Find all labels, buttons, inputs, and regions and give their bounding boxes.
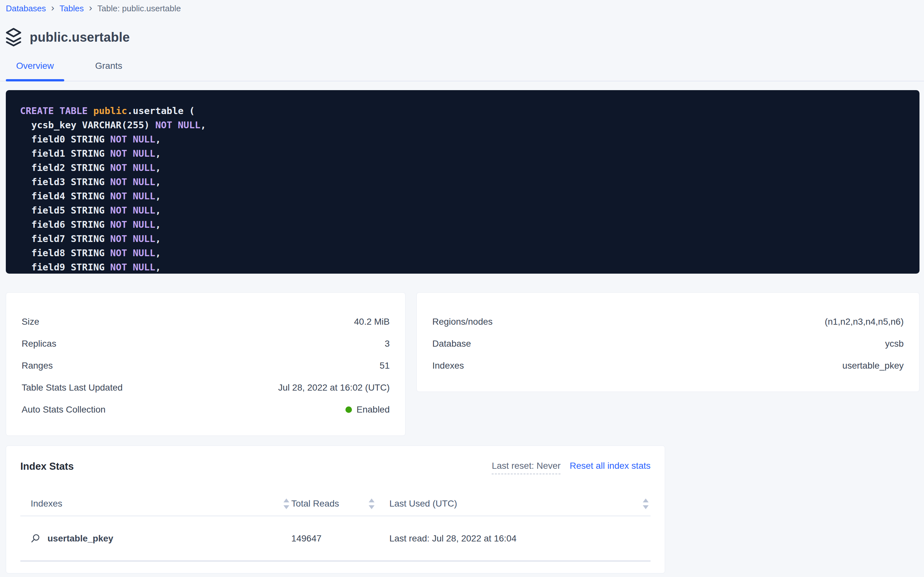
sql-token-kw: NOT NULL bbox=[155, 119, 201, 131]
tab-grants[interactable]: Grants bbox=[85, 61, 133, 81]
stat-value: Enabled bbox=[345, 405, 390, 415]
sql-token-plain: , bbox=[155, 134, 161, 145]
tab-bar: Overview Grants bbox=[0, 61, 924, 81]
index-stats-table: Indexes Total Reads Last Used (UTC) user… bbox=[20, 492, 651, 561]
breadcrumb-link-databases[interactable]: Databases bbox=[6, 3, 46, 14]
sql-token-kw: NOT NULL bbox=[110, 205, 155, 216]
sql-code-line: field1 STRING NOT NULL, bbox=[20, 147, 905, 161]
page-title-row: public.usertable bbox=[6, 28, 919, 47]
sql-token-kw: NOT NULL bbox=[110, 176, 155, 187]
sql-create-statement: CREATE TABLE public.usertable ( ycsb_key… bbox=[6, 90, 919, 274]
column-header-label: Last Used (UTC) bbox=[389, 498, 457, 509]
sql-code-line: field6 STRING NOT NULL, bbox=[20, 218, 905, 232]
sql-token-plain: field3 STRING bbox=[20, 176, 110, 187]
index-stats-row[interactable]: usertable_pkey149647Last read: Jul 28, 2… bbox=[20, 516, 651, 561]
sql-code-line: field2 STRING NOT NULL, bbox=[20, 161, 905, 175]
sql-code-line: field3 STRING NOT NULL, bbox=[20, 175, 905, 189]
sql-token-plain: field7 STRING bbox=[20, 233, 110, 244]
reset-all-index-stats-link[interactable]: Reset all index stats bbox=[569, 461, 651, 471]
search-icon bbox=[31, 534, 40, 543]
stat-row: Ranges51 bbox=[22, 355, 390, 377]
stat-value-text: (n1,n2,n3,n4,n5,n6) bbox=[825, 317, 904, 327]
chevron-right-icon: › bbox=[89, 3, 92, 13]
stat-row: Databaseycsb bbox=[432, 333, 904, 355]
stat-value: 40.2 MiB bbox=[354, 317, 390, 327]
tab-overview-label: Overview bbox=[16, 61, 54, 71]
sql-token-plain: , bbox=[155, 205, 161, 216]
index-stats-actions: Last reset: Never Reset all index stats bbox=[492, 461, 651, 474]
stat-label: Auto Stats Collection bbox=[22, 405, 106, 415]
stat-row: Indexesusertable_pkey bbox=[432, 355, 904, 377]
index-stats-title: Index Stats bbox=[20, 461, 74, 472]
sql-code-line: field5 STRING NOT NULL, bbox=[20, 203, 905, 218]
stat-value-text: 3 bbox=[384, 338, 390, 349]
index-stats-table-header: Indexes Total Reads Last Used (UTC) bbox=[20, 492, 651, 516]
chevron-right-icon: › bbox=[51, 3, 54, 13]
total-reads-value: 149647 bbox=[291, 533, 321, 544]
sql-token-plain: , bbox=[155, 233, 161, 244]
index-name[interactable]: usertable_pkey bbox=[47, 533, 113, 544]
sql-token-plain: , bbox=[155, 247, 161, 258]
sql-token-kw: NOT NULL bbox=[110, 162, 155, 173]
table-details-card: Size40.2 MiBReplicas3Ranges51Table Stats… bbox=[6, 292, 405, 436]
stat-label: Regions/nodes bbox=[432, 317, 493, 327]
sql-token-plain: , bbox=[155, 190, 161, 201]
sql-token-plain: , bbox=[155, 219, 161, 230]
sql-code-line: field7 STRING NOT NULL, bbox=[20, 232, 905, 246]
sql-token-kw: NOT NULL bbox=[110, 247, 155, 258]
sql-token-kw: CREATE TABLE bbox=[20, 105, 93, 116]
sql-code-line: field8 STRING NOT NULL, bbox=[20, 246, 905, 260]
stat-value: usertable_pkey bbox=[842, 361, 904, 371]
breadcrumb-link-tables[interactable]: Tables bbox=[59, 3, 84, 14]
column-header-total-reads[interactable]: Total Reads bbox=[291, 498, 376, 509]
layers-icon bbox=[6, 28, 21, 47]
sql-token-plain: field6 STRING bbox=[20, 219, 110, 230]
status-dot-icon bbox=[345, 406, 352, 413]
stat-row: Size40.2 MiB bbox=[22, 311, 390, 333]
page-title: public.usertable bbox=[30, 30, 130, 45]
stat-value: ycsb bbox=[885, 338, 904, 349]
sql-token-plain: , bbox=[201, 119, 206, 131]
stat-label: Ranges bbox=[22, 361, 53, 371]
stat-value: Jul 28, 2022 at 16:02 (UTC) bbox=[278, 382, 390, 393]
last-used-value: Last read: Jul 28, 2022 at 16:04 bbox=[389, 533, 517, 544]
stat-label: Replicas bbox=[22, 338, 56, 349]
stat-value-text: usertable_pkey bbox=[842, 361, 904, 371]
column-header-label: Total Reads bbox=[291, 498, 339, 509]
sql-token-kw: NOT NULL bbox=[110, 262, 155, 273]
sql-token-plain: ycsb_key VARCHAR(255) bbox=[20, 119, 155, 131]
stat-row: Auto Stats CollectionEnabled bbox=[22, 399, 390, 421]
sql-token-plain: field4 STRING bbox=[20, 190, 110, 201]
sql-token-plain: field0 STRING bbox=[20, 134, 110, 145]
stat-row: Table Stats Last UpdatedJul 28, 2022 at … bbox=[22, 377, 390, 399]
tab-overview[interactable]: Overview bbox=[6, 61, 64, 81]
sql-token-plain: field9 STRING bbox=[20, 262, 110, 273]
breadcrumb-current: Table: public.usertable bbox=[97, 3, 181, 14]
sort-icon[interactable] bbox=[369, 498, 376, 509]
sql-token-kw: NOT NULL bbox=[110, 148, 155, 159]
sql-code-line: field4 STRING NOT NULL, bbox=[20, 189, 905, 203]
index-stats-card: Index Stats Last reset: Never Reset all … bbox=[6, 445, 665, 574]
sort-icon[interactable] bbox=[643, 498, 651, 509]
stat-value-text: 51 bbox=[380, 361, 390, 371]
sql-token-plain: .usertable ( bbox=[127, 105, 195, 116]
stat-label: Indexes bbox=[432, 361, 464, 371]
sql-code-line: CREATE TABLE public.usertable ( bbox=[20, 104, 905, 118]
sort-icon[interactable] bbox=[283, 498, 291, 509]
sql-token-kw: NOT NULL bbox=[110, 134, 155, 145]
sql-token-plain: , bbox=[155, 176, 161, 187]
column-header-last-used[interactable]: Last Used (UTC) bbox=[376, 498, 651, 509]
details-cards-row: Size40.2 MiBReplicas3Ranges51Table Stats… bbox=[6, 292, 919, 436]
column-header-indexes[interactable]: Indexes bbox=[20, 498, 291, 509]
sql-token-plain: , bbox=[155, 162, 161, 173]
stat-value-text: 40.2 MiB bbox=[354, 317, 390, 327]
last-reset-label[interactable]: Last reset: Never bbox=[492, 461, 561, 474]
sql-code-line: field0 STRING NOT NULL, bbox=[20, 132, 905, 147]
sql-token-plain: field5 STRING bbox=[20, 205, 110, 216]
sql-token-plain: field1 STRING bbox=[20, 148, 110, 159]
sql-code-line: ycsb_key VARCHAR(255) NOT NULL, bbox=[20, 118, 905, 132]
breadcrumb: Databases › Tables › Table: public.usert… bbox=[6, 0, 919, 14]
column-header-label: Indexes bbox=[31, 498, 62, 509]
stat-row: Regions/nodes(n1,n2,n3,n4,n5,n6) bbox=[432, 311, 904, 333]
sql-token-kw: NOT NULL bbox=[110, 219, 155, 230]
